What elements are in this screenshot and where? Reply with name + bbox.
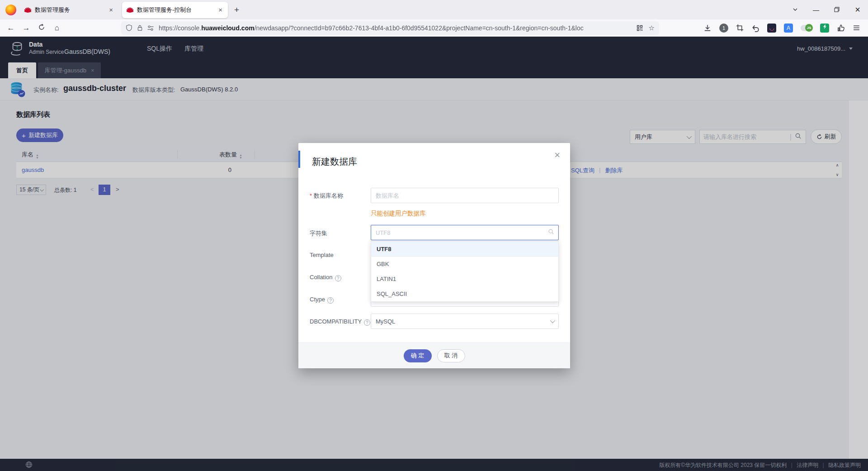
new-tab-button[interactable]: + [234, 5, 239, 15]
charset-field [371, 225, 559, 240]
chevron-down-icon [550, 318, 555, 323]
url-text[interactable]: https://console.huaweicloud.com/newdasap… [159, 24, 636, 32]
js-toggle-icon[interactable]: JS [801, 25, 812, 31]
dbcompatibility-select[interactable]: MySQL [371, 314, 559, 329]
search-icon [548, 228, 554, 237]
lock-icon[interactable] [137, 24, 143, 31]
dropdown-option-sql-ascii[interactable]: SQL_ASCII [371, 286, 558, 301]
reload-icon[interactable] [37, 24, 46, 33]
dbcompatibility-label: DBCOMPATIBILITY? [310, 318, 370, 326]
extension-app-icon[interactable]: ◡ [767, 24, 776, 33]
dropdown-option-gbk[interactable]: GBK [371, 257, 558, 271]
charset-label: 字符集 [310, 229, 327, 238]
forward-icon[interactable]: → [22, 24, 31, 33]
huawei-logo-icon [127, 7, 133, 13]
collation-label: Collation? [310, 274, 341, 281]
menu-hamburger-icon[interactable] [853, 24, 860, 32]
help-icon[interactable]: ? [364, 319, 370, 326]
url-path: /newdasapp/?connectId=b97c66b2-7613-4bf4… [255, 24, 584, 32]
minimize-icon[interactable]: — [806, 6, 826, 14]
browser-tab-das[interactable]: 数据管理服务 × [20, 2, 118, 18]
home-icon[interactable]: ⌂ [52, 24, 61, 33]
db-name-label: *数据库名称 [310, 192, 343, 200]
charset-dropdown: UTF8 GBK LATIN1 SQL_ASCII [371, 241, 559, 302]
back-icon[interactable]: ← [6, 24, 15, 33]
cancel-button[interactable]: 取 消 [437, 349, 465, 362]
help-icon[interactable]: ? [327, 297, 334, 304]
undo-icon[interactable] [751, 24, 760, 32]
close-tab-icon[interactable]: × [108, 6, 114, 14]
help-icon[interactable]: ? [335, 275, 341, 281]
screen: 数据管理服务 × 数据管理服务-控制台 × + — × ← → ⌂ https:… [0, 0, 868, 471]
url-scheme: https://console. [159, 24, 201, 32]
downloads-icon[interactable] [703, 24, 712, 32]
ctype-label: Ctype? [310, 296, 334, 304]
browser-tab-title: 数据管理服务 [35, 6, 108, 14]
browser-tab-title: 数据管理服务-控制台 [137, 6, 217, 14]
restore-icon[interactable] [826, 6, 847, 14]
qr-code-icon[interactable] [636, 24, 643, 32]
dropdown-option-utf8[interactable]: UTF8 [371, 242, 558, 257]
close-window-icon[interactable]: × [847, 5, 868, 15]
ok-button[interactable]: 确 定 [404, 349, 432, 362]
huawei-logo-icon [24, 7, 31, 13]
url-bar[interactable]: https://console.huaweicloud.com/newdasap… [121, 21, 659, 35]
browser-tab-console[interactable]: 数据管理服务-控制台 × [122, 2, 228, 18]
bookmark-star-icon[interactable]: ☆ [649, 24, 655, 32]
screenshot-icon[interactable] [736, 24, 744, 32]
required-asterisk: * [310, 192, 312, 199]
toolbar-extensions: 1 ◡ A JS [703, 24, 860, 33]
extensions-puzzle-icon[interactable] [837, 24, 845, 32]
shield-icon[interactable] [126, 24, 132, 31]
url-domain: huaweicloud.com [201, 24, 254, 32]
extension-badge-icon[interactable]: 1 [719, 24, 728, 33]
window-controls: — × [785, 0, 868, 19]
permissions-icon[interactable] [147, 24, 154, 32]
modal-footer: 确 定 取 消 [298, 343, 570, 368]
db-name-input[interactable] [371, 192, 558, 199]
browser-toolbar: ← → ⌂ https://console.huaweicloud.com/ne… [0, 19, 868, 37]
close-tab-icon[interactable]: × [217, 6, 223, 14]
list-tabs-icon[interactable] [785, 6, 806, 14]
title-accent-bar [298, 151, 300, 168]
modal-close-icon[interactable]: × [554, 149, 560, 161]
dropdown-option-latin1[interactable]: LATIN1 [371, 271, 558, 286]
firefox-icon[interactable] [5, 5, 16, 15]
create-database-modal: 新建数据库 × *数据库名称 只能创建用户数据库 字符集 Template Co… [298, 143, 570, 368]
db-name-field [371, 188, 559, 203]
charset-input[interactable] [371, 229, 548, 236]
template-label: Template [310, 252, 334, 258]
vpn-extension-icon[interactable] [820, 24, 829, 33]
modal-title: 新建数据库 [312, 156, 357, 168]
warning-text: 只能创建用户数据库 [371, 209, 426, 218]
browser-tab-strip: 数据管理服务 × 数据管理服务-控制台 × + — × [0, 0, 868, 19]
translate-icon[interactable]: A [784, 24, 793, 33]
